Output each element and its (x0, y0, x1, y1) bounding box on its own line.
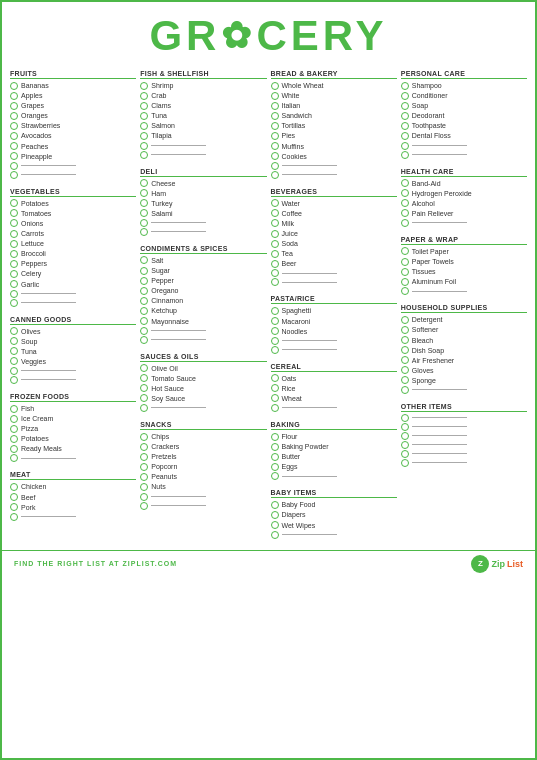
checkbox-circle[interactable] (140, 277, 148, 285)
list-item[interactable]: Chips (140, 432, 266, 441)
blank-circle[interactable] (140, 336, 148, 344)
list-item[interactable]: Fish (10, 404, 136, 413)
checkbox-circle[interactable] (271, 219, 279, 227)
checkbox-circle[interactable] (10, 280, 18, 288)
blank-circle[interactable] (140, 327, 148, 335)
list-item[interactable]: Coffee (271, 209, 397, 218)
list-item[interactable]: Milk (271, 219, 397, 228)
list-item[interactable]: Pepper (140, 276, 266, 285)
list-item[interactable]: Butter (271, 452, 397, 461)
list-item[interactable]: Broccoli (10, 249, 136, 258)
checkbox-circle[interactable] (271, 453, 279, 461)
checkbox-circle[interactable] (271, 102, 279, 110)
blank-circle[interactable] (10, 367, 18, 375)
checkbox-circle[interactable] (10, 92, 18, 100)
checkbox-circle[interactable] (10, 270, 18, 278)
blank-circle[interactable] (401, 423, 409, 431)
checkbox-circle[interactable] (140, 112, 148, 120)
list-item[interactable]: Pain Reliever (401, 209, 527, 218)
checkbox-circle[interactable] (10, 152, 18, 160)
checkbox-circle[interactable] (10, 250, 18, 258)
checkbox-circle[interactable] (10, 230, 18, 238)
checkbox-circle[interactable] (401, 258, 409, 266)
checkbox-circle[interactable] (271, 112, 279, 120)
checkbox-circle[interactable] (271, 240, 279, 248)
list-item[interactable]: Eggs (271, 462, 397, 471)
list-item[interactable]: Paper Towels (401, 257, 527, 266)
list-item[interactable]: Clams (140, 101, 266, 110)
checkbox-circle[interactable] (401, 209, 409, 217)
checkbox-circle[interactable] (140, 317, 148, 325)
blank-circle[interactable] (271, 269, 279, 277)
list-item[interactable]: Beer (271, 259, 397, 268)
list-item[interactable]: Salmon (140, 121, 266, 130)
blank-circle[interactable] (10, 299, 18, 307)
list-item[interactable]: Salt (140, 256, 266, 265)
checkbox-circle[interactable] (271, 250, 279, 258)
blank-circle[interactable] (271, 346, 279, 354)
blank-circle[interactable] (271, 404, 279, 412)
checkbox-circle[interactable] (140, 189, 148, 197)
checkbox-circle[interactable] (401, 278, 409, 286)
checkbox-circle[interactable] (271, 230, 279, 238)
list-item[interactable]: Ketchup (140, 306, 266, 315)
list-item[interactable]: Pretzels (140, 452, 266, 461)
checkbox-circle[interactable] (401, 336, 409, 344)
checkbox-circle[interactable] (401, 199, 409, 207)
list-item[interactable]: Pizza (10, 424, 136, 433)
list-item[interactable]: Salami (140, 209, 266, 218)
list-item[interactable]: Crab (140, 91, 266, 100)
list-item[interactable]: Softener (401, 325, 527, 334)
checkbox-circle[interactable] (401, 346, 409, 354)
checkbox-circle[interactable] (401, 132, 409, 140)
blank-circle[interactable] (10, 171, 18, 179)
list-item[interactable]: Baby Food (271, 500, 397, 509)
checkbox-circle[interactable] (271, 394, 279, 402)
checkbox-circle[interactable] (140, 364, 148, 372)
checkbox-circle[interactable] (271, 384, 279, 392)
checkbox-circle[interactable] (140, 267, 148, 275)
list-item[interactable]: Oregano (140, 286, 266, 295)
list-item[interactable]: Tortillas (271, 121, 397, 130)
list-item[interactable]: Tissues (401, 267, 527, 276)
list-item[interactable]: Celery (10, 269, 136, 278)
checkbox-circle[interactable] (271, 199, 279, 207)
list-item[interactable]: Ready Meals (10, 444, 136, 453)
list-item[interactable]: Juice (271, 229, 397, 238)
checkbox-circle[interactable] (271, 521, 279, 529)
checkbox-circle[interactable] (401, 316, 409, 324)
checkbox-circle[interactable] (10, 347, 18, 355)
checkbox-circle[interactable] (271, 142, 279, 150)
blank-circle[interactable] (401, 441, 409, 449)
list-item[interactable]: Pies (271, 131, 397, 140)
checkbox-circle[interactable] (140, 256, 148, 264)
checkbox-circle[interactable] (10, 415, 18, 423)
list-item[interactable]: Macaroni (271, 317, 397, 326)
blank-circle[interactable] (401, 219, 409, 227)
checkbox-circle[interactable] (401, 92, 409, 100)
list-item[interactable]: Whole Wheat (271, 81, 397, 90)
checkbox-circle[interactable] (401, 356, 409, 364)
checkbox-circle[interactable] (10, 405, 18, 413)
checkbox-circle[interactable] (10, 132, 18, 140)
list-item[interactable]: Olive Oil (140, 364, 266, 373)
checkbox-circle[interactable] (401, 268, 409, 276)
list-item[interactable]: Tomatoes (10, 209, 136, 218)
list-item[interactable]: Shrimp (140, 81, 266, 90)
checkbox-circle[interactable] (271, 307, 279, 315)
blank-circle[interactable] (10, 454, 18, 462)
checkbox-circle[interactable] (271, 327, 279, 335)
blank-circle[interactable] (401, 142, 409, 150)
checkbox-circle[interactable] (140, 102, 148, 110)
checkbox-circle[interactable] (10, 102, 18, 110)
list-item[interactable]: Hot Sauce (140, 384, 266, 393)
list-item[interactable]: Toilet Paper (401, 247, 527, 256)
blank-circle[interactable] (140, 151, 148, 159)
list-item[interactable]: Peanuts (140, 472, 266, 481)
list-item[interactable]: Ham (140, 189, 266, 198)
list-item[interactable]: Conditioner (401, 91, 527, 100)
list-item[interactable]: Potatoes (10, 199, 136, 208)
checkbox-circle[interactable] (140, 463, 148, 471)
checkbox-circle[interactable] (140, 433, 148, 441)
list-item[interactable]: Tea (271, 249, 397, 258)
